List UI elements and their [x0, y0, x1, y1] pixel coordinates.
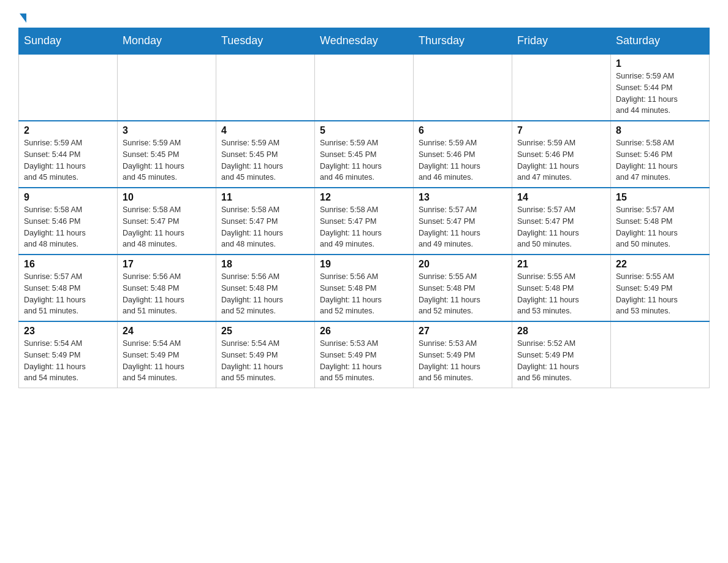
logo: [18, 12, 26, 21]
calendar-week-row: 2Sunrise: 5:59 AM Sunset: 5:44 PM Daylig…: [19, 121, 710, 188]
calendar-cell: 12Sunrise: 5:58 AM Sunset: 5:47 PM Dayli…: [315, 188, 414, 255]
calendar-cell: 22Sunrise: 5:55 AM Sunset: 5:49 PM Dayli…: [611, 255, 710, 321]
logo-arrow-icon: [20, 13, 26, 23]
calendar-cell: 21Sunrise: 5:55 AM Sunset: 5:48 PM Dayli…: [512, 255, 611, 321]
calendar-cell: 20Sunrise: 5:55 AM Sunset: 5:48 PM Dayli…: [414, 255, 512, 321]
day-number: 22: [616, 259, 704, 270]
calendar-cell: [118, 54, 216, 121]
calendar-cell: 16Sunrise: 5:57 AM Sunset: 5:48 PM Dayli…: [19, 255, 118, 321]
day-info: Sunrise: 5:58 AM Sunset: 5:47 PM Dayligh…: [221, 204, 309, 250]
day-info: Sunrise: 5:59 AM Sunset: 5:45 PM Dayligh…: [320, 137, 408, 183]
calendar-cell: [216, 54, 315, 121]
calendar-cell: 5Sunrise: 5:59 AM Sunset: 5:45 PM Daylig…: [315, 121, 414, 188]
day-number: 27: [419, 326, 507, 337]
day-info: Sunrise: 5:58 AM Sunset: 5:47 PM Dayligh…: [320, 204, 408, 250]
calendar-cell: 11Sunrise: 5:58 AM Sunset: 5:47 PM Dayli…: [216, 188, 315, 255]
calendar-header-row: SundayMondayTuesdayWednesdayThursdayFrid…: [19, 28, 710, 55]
calendar-cell: 10Sunrise: 5:58 AM Sunset: 5:47 PM Dayli…: [118, 188, 216, 255]
day-info: Sunrise: 5:56 AM Sunset: 5:48 PM Dayligh…: [123, 271, 211, 317]
day-info: Sunrise: 5:56 AM Sunset: 5:48 PM Dayligh…: [221, 271, 309, 317]
weekday-header-wednesday: Wednesday: [315, 28, 414, 55]
day-number: 19: [320, 259, 408, 270]
calendar-cell: 23Sunrise: 5:54 AM Sunset: 5:49 PM Dayli…: [19, 321, 118, 388]
day-info: Sunrise: 5:53 AM Sunset: 5:49 PM Dayligh…: [320, 338, 408, 384]
calendar-cell: 3Sunrise: 5:59 AM Sunset: 5:45 PM Daylig…: [118, 121, 216, 188]
calendar-cell: 24Sunrise: 5:54 AM Sunset: 5:49 PM Dayli…: [118, 321, 216, 388]
day-number: 21: [517, 259, 605, 270]
day-number: 7: [517, 125, 605, 136]
day-number: 24: [123, 326, 211, 337]
day-info: Sunrise: 5:59 AM Sunset: 5:46 PM Dayligh…: [517, 137, 605, 183]
calendar-cell: [315, 54, 414, 121]
day-info: Sunrise: 5:52 AM Sunset: 5:49 PM Dayligh…: [517, 338, 605, 384]
day-number: 28: [517, 326, 605, 337]
day-info: Sunrise: 5:59 AM Sunset: 5:46 PM Dayligh…: [419, 137, 507, 183]
day-number: 16: [24, 259, 112, 270]
day-number: 14: [517, 192, 605, 203]
day-info: Sunrise: 5:57 AM Sunset: 5:47 PM Dayligh…: [517, 204, 605, 250]
calendar-cell: [414, 54, 512, 121]
day-number: 15: [616, 192, 704, 203]
calendar-cell: 27Sunrise: 5:53 AM Sunset: 5:49 PM Dayli…: [414, 321, 512, 388]
calendar-cell: 26Sunrise: 5:53 AM Sunset: 5:49 PM Dayli…: [315, 321, 414, 388]
calendar-week-row: 23Sunrise: 5:54 AM Sunset: 5:49 PM Dayli…: [19, 321, 710, 388]
calendar-cell: [19, 54, 118, 121]
calendar-cell: 13Sunrise: 5:57 AM Sunset: 5:47 PM Dayli…: [414, 188, 512, 255]
weekday-header-monday: Monday: [118, 28, 216, 55]
day-number: 12: [320, 192, 408, 203]
calendar-cell: [611, 321, 710, 388]
calendar-table: SundayMondayTuesdayWednesdayThursdayFrid…: [18, 28, 710, 388]
day-info: Sunrise: 5:55 AM Sunset: 5:48 PM Dayligh…: [517, 271, 605, 317]
day-info: Sunrise: 5:55 AM Sunset: 5:48 PM Dayligh…: [419, 271, 507, 317]
calendar-cell: 15Sunrise: 5:57 AM Sunset: 5:48 PM Dayli…: [611, 188, 710, 255]
day-info: Sunrise: 5:59 AM Sunset: 5:44 PM Dayligh…: [24, 137, 112, 183]
day-number: 26: [320, 326, 408, 337]
calendar-cell: 19Sunrise: 5:56 AM Sunset: 5:48 PM Dayli…: [315, 255, 414, 321]
day-info: Sunrise: 5:56 AM Sunset: 5:48 PM Dayligh…: [320, 271, 408, 317]
calendar-cell: 8Sunrise: 5:58 AM Sunset: 5:46 PM Daylig…: [611, 121, 710, 188]
day-number: 2: [24, 125, 112, 136]
day-number: 20: [419, 259, 507, 270]
calendar-week-row: 16Sunrise: 5:57 AM Sunset: 5:48 PM Dayli…: [19, 255, 710, 321]
calendar-cell: 14Sunrise: 5:57 AM Sunset: 5:47 PM Dayli…: [512, 188, 611, 255]
day-number: 23: [24, 326, 112, 337]
calendar-cell: 2Sunrise: 5:59 AM Sunset: 5:44 PM Daylig…: [19, 121, 118, 188]
day-info: Sunrise: 5:55 AM Sunset: 5:49 PM Dayligh…: [616, 271, 704, 317]
day-number: 6: [419, 125, 507, 136]
day-number: 8: [616, 125, 704, 136]
calendar-week-row: 9Sunrise: 5:58 AM Sunset: 5:46 PM Daylig…: [19, 188, 710, 255]
weekday-header-sunday: Sunday: [19, 28, 118, 55]
day-info: Sunrise: 5:59 AM Sunset: 5:45 PM Dayligh…: [221, 137, 309, 183]
calendar-week-row: 1Sunrise: 5:59 AM Sunset: 5:44 PM Daylig…: [19, 54, 710, 121]
calendar-cell: 7Sunrise: 5:59 AM Sunset: 5:46 PM Daylig…: [512, 121, 611, 188]
day-info: Sunrise: 5:57 AM Sunset: 5:48 PM Dayligh…: [616, 204, 704, 250]
weekday-header-friday: Friday: [512, 28, 611, 55]
weekday-header-tuesday: Tuesday: [216, 28, 315, 55]
day-info: Sunrise: 5:58 AM Sunset: 5:46 PM Dayligh…: [24, 204, 112, 250]
day-number: 1: [616, 58, 704, 69]
day-info: Sunrise: 5:54 AM Sunset: 5:49 PM Dayligh…: [24, 338, 112, 384]
calendar-cell: 17Sunrise: 5:56 AM Sunset: 5:48 PM Dayli…: [118, 255, 216, 321]
day-number: 17: [123, 259, 211, 270]
calendar-cell: 18Sunrise: 5:56 AM Sunset: 5:48 PM Dayli…: [216, 255, 315, 321]
calendar-cell: 28Sunrise: 5:52 AM Sunset: 5:49 PM Dayli…: [512, 321, 611, 388]
day-info: Sunrise: 5:54 AM Sunset: 5:49 PM Dayligh…: [123, 338, 211, 384]
day-number: 4: [221, 125, 309, 136]
day-info: Sunrise: 5:54 AM Sunset: 5:49 PM Dayligh…: [221, 338, 309, 384]
calendar-cell: 6Sunrise: 5:59 AM Sunset: 5:46 PM Daylig…: [414, 121, 512, 188]
calendar-cell: 4Sunrise: 5:59 AM Sunset: 5:45 PM Daylig…: [216, 121, 315, 188]
day-info: Sunrise: 5:59 AM Sunset: 5:44 PM Dayligh…: [616, 71, 704, 117]
day-number: 5: [320, 125, 408, 136]
day-info: Sunrise: 5:58 AM Sunset: 5:46 PM Dayligh…: [616, 137, 704, 183]
weekday-header-saturday: Saturday: [611, 28, 710, 55]
day-number: 13: [419, 192, 507, 203]
day-info: Sunrise: 5:57 AM Sunset: 5:47 PM Dayligh…: [419, 204, 507, 250]
calendar-cell: 1Sunrise: 5:59 AM Sunset: 5:44 PM Daylig…: [611, 54, 710, 121]
day-info: Sunrise: 5:53 AM Sunset: 5:49 PM Dayligh…: [419, 338, 507, 384]
day-number: 10: [123, 192, 211, 203]
day-info: Sunrise: 5:57 AM Sunset: 5:48 PM Dayligh…: [24, 271, 112, 317]
calendar-cell: [512, 54, 611, 121]
calendar-cell: 9Sunrise: 5:58 AM Sunset: 5:46 PM Daylig…: [19, 188, 118, 255]
weekday-header-thursday: Thursday: [414, 28, 512, 55]
day-number: 11: [221, 192, 309, 203]
